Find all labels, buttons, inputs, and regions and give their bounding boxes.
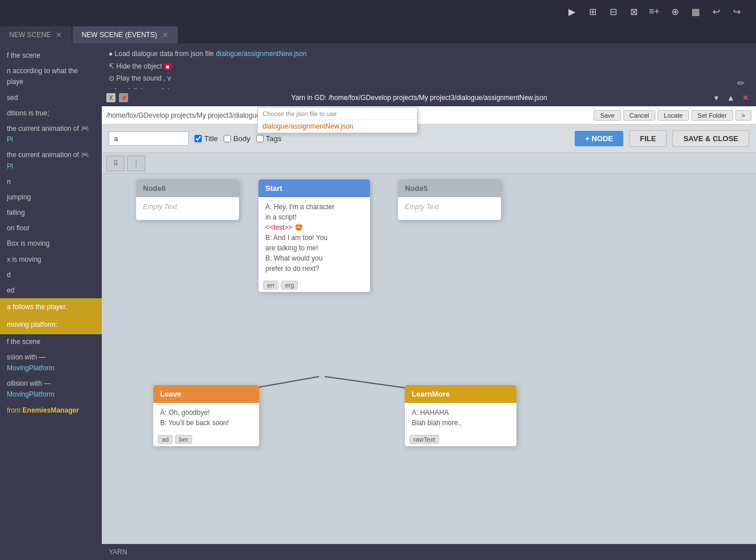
cmd-tag: <<test>>: [265, 223, 292, 231]
tab-new-scene-close[interactable]: ✕: [55, 30, 62, 39]
event-item: jumping: [0, 190, 102, 205]
yarn-maximize-btn[interactable]: ▲: [725, 92, 737, 103]
left-panel: f the scene n according to what the play…: [0, 43, 102, 560]
suggest-item[interactable]: dialogue/assignmentNew.json: [258, 120, 417, 133]
node5-header: Node5: [398, 179, 501, 197]
save-btn[interactable]: Save: [594, 110, 620, 121]
body-checkbox[interactable]: [224, 135, 231, 142]
node-leave[interactable]: Leave A: Oh, goodbye! B: You'll be back …: [153, 385, 259, 446]
title-checkbox-group: Title: [194, 134, 218, 143]
start-body: A: Hey, I'm a characterin a script! <<te…: [258, 197, 370, 278]
yarn-dialog: X 📌 Yarn in GD: /home/fox/GDevelop proje…: [102, 89, 756, 560]
node-start[interactable]: Start A: Hey, I'm a characterin a script…: [258, 179, 370, 292]
grid-view-btn[interactable]: ⠿: [106, 155, 125, 171]
node-node5[interactable]: Node5 Empty Text: [398, 179, 501, 220]
yarn-canvas[interactable]: Node6 Empty Text Start A: Hey, I'm a cha…: [102, 174, 756, 544]
event-item: ollision with — MovingPlatform: [0, 376, 102, 402]
tab-new-scene-label: NEW SCENE: [9, 31, 51, 39]
add-node-btn[interactable]: + NODE: [575, 131, 623, 146]
frame-icon[interactable]: ⊠: [626, 3, 642, 19]
yarn-dialog-title: Yarn in GD: /home/fox/GDevelop projects/…: [132, 94, 707, 102]
cancel-btn[interactable]: Cancel: [623, 110, 655, 121]
edit-icon[interactable]: ✏: [737, 78, 745, 89]
search-input[interactable]: [109, 131, 189, 146]
event-item: x is moving: [0, 252, 102, 267]
leave-body: A: Oh, goodbye! B: You'll be back soon!: [153, 403, 259, 433]
event-item: d: [0, 267, 102, 283]
list-add-icon[interactable]: ≡+: [646, 3, 662, 19]
event-item: ed: [0, 283, 102, 298]
yarn-mini-toolbar: ⠿ ⋮: [102, 153, 756, 174]
tab-new-scene-events-label: NEW SCENE (EVENTS): [82, 31, 157, 39]
title-label: Title: [204, 134, 218, 143]
file-path-segment: /home/fox/GDevelop projects/My project3/…: [106, 111, 262, 119]
file-btn[interactable]: FILE: [629, 130, 667, 147]
leave-footer: ad ber: [153, 433, 259, 446]
arrows-svg: [102, 174, 756, 544]
event-item: falling: [0, 205, 102, 221]
learnmore-body: A: HAHAHA Blah blah more..: [405, 403, 516, 433]
tag-err: err: [263, 281, 278, 290]
file-path-buttons: Save Cancel Locate Set Folder >: [594, 110, 751, 121]
list-view-btn[interactable]: ⋮: [127, 155, 145, 171]
tab-new-scene-events[interactable]: NEW SCENE (EVENTS) ✕: [73, 26, 178, 43]
learnmore-header: LearnMore: [405, 385, 516, 403]
tag-ber: ber: [175, 435, 192, 444]
yarn-close-btn[interactable]: ✕: [740, 92, 751, 103]
locate-btn[interactable]: Locate: [658, 110, 689, 121]
add-grid-icon[interactable]: ⊟: [605, 3, 621, 19]
event-item-highlight: moving platform:: [0, 316, 102, 334]
event-item: Box is moving: [0, 236, 102, 251]
tab-new-scene-events-close[interactable]: ✕: [162, 30, 169, 39]
tab-bar: NEW SCENE ✕ NEW SCENE (EVENTS) ✕: [0, 23, 756, 43]
tag-ad: ad: [158, 435, 173, 444]
file-path-bar: /home/fox/GDevelop projects/My project3/…: [102, 106, 756, 125]
yarn-minimize-btn[interactable]: ▾: [710, 92, 722, 103]
grid-icon[interactable]: ⊞: [584, 3, 600, 19]
event-item: ditions is true;: [0, 106, 102, 121]
yarn-toolbar: Title Body Tags + NODE FILE SAVE & CLOSE: [102, 125, 756, 153]
start-footer: err erg: [258, 278, 370, 292]
yarn-bottom-bar: YARN: [102, 544, 756, 560]
node-node6[interactable]: Node6 Empty Text: [136, 179, 239, 220]
play-icon[interactable]: ▶: [564, 3, 580, 19]
event-item: f the scene: [0, 48, 102, 63]
yarn-titlebar: X 📌 Yarn in GD: /home/fox/GDevelop proje…: [102, 89, 756, 106]
redo-icon[interactable]: ↪: [729, 3, 745, 19]
yarn-label: YARN: [109, 548, 127, 556]
event-item: n according to what the playe: [0, 63, 102, 90]
event-item: sed: [0, 90, 102, 106]
event-item: f the scene: [0, 334, 102, 350]
yarn-icon: X: [106, 93, 116, 102]
node-learnmore[interactable]: LearnMore A: HAHAHA Blah blah more.. raw…: [405, 385, 516, 446]
event-item-highlight: a follows the player.: [0, 298, 102, 316]
event-item: n: [0, 174, 102, 190]
more-btn[interactable]: >: [735, 110, 751, 121]
event-item: the current animation of 🎮 Pl: [0, 121, 102, 147]
learnmore-footer: rawText: [405, 433, 516, 446]
body-label: Body: [233, 134, 250, 143]
leave-header: Leave: [153, 385, 259, 403]
set-folder-btn[interactable]: Set Folder: [691, 110, 733, 121]
body-checkbox-group: Body: [224, 134, 250, 143]
node6-empty: Empty Text: [143, 203, 177, 211]
save-close-btn[interactable]: SAVE & CLOSE: [673, 130, 749, 147]
tag-erg: erg: [281, 281, 298, 290]
events-list: f the scene n according to what the play…: [0, 43, 102, 423]
tags-checkbox-group: Tags: [256, 134, 281, 143]
undo-icon[interactable]: ↩: [708, 3, 724, 19]
title-checkbox[interactable]: [194, 135, 202, 142]
tags-checkbox[interactable]: [256, 135, 264, 142]
event-bg-item: ⊙ Play the sound , v: [109, 73, 749, 85]
node6-body: Empty Text: [136, 197, 239, 220]
node6-header: Node6: [136, 179, 239, 197]
tags-label: Tags: [266, 134, 281, 143]
dropdown-suggest: Choose the json file to use dialogue/ass…: [257, 107, 417, 133]
circle-add-icon[interactable]: ⊕: [667, 3, 683, 19]
event-item: ssion with — MovingPlatform: [0, 350, 102, 376]
suggest-label: Choose the json file to use: [258, 108, 417, 120]
film-icon[interactable]: ▦: [687, 3, 703, 19]
tab-new-scene[interactable]: NEW SCENE ✕: [0, 26, 71, 43]
yarn-pin-icon[interactable]: 📌: [119, 93, 128, 102]
event-bg-item: ● Load dialogue data from json file dial…: [109, 48, 749, 61]
